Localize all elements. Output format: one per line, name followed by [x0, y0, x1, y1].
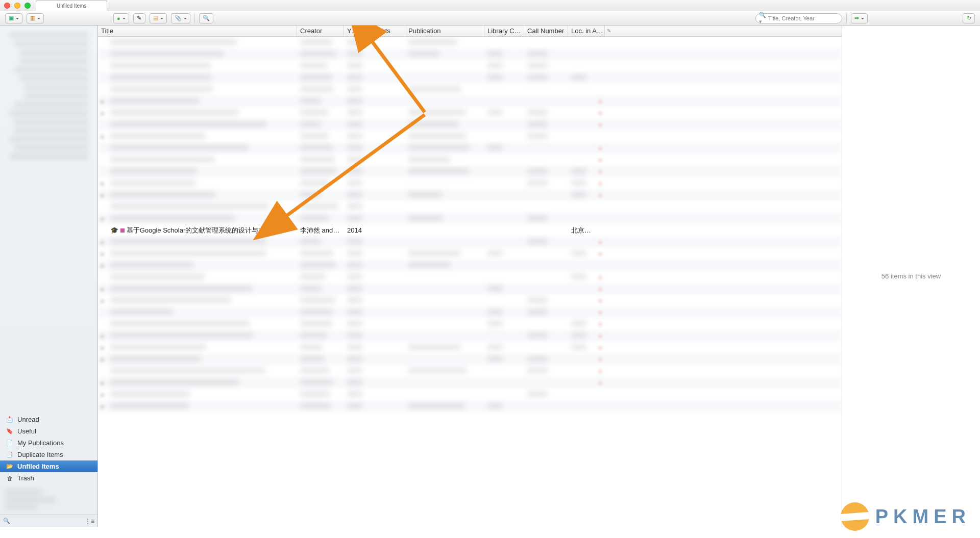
column-loc-in-archive[interactable]: Loc. in A…: [568, 25, 605, 36]
table-row[interactable]: [98, 37, 842, 48]
sidebar-item-label: Unread: [17, 416, 39, 423]
table-row[interactable]: ▶: [98, 131, 842, 142]
close-window-button[interactable]: [4, 3, 10, 9]
table-row[interactable]: ●: [98, 119, 842, 131]
tag-menu-icon[interactable]: ⋮≡: [85, 518, 94, 525]
sync-button[interactable]: ↻: [963, 13, 975, 23]
column-year[interactable]: Y…: [344, 25, 369, 36]
watermark-text: PKMER: [875, 506, 971, 528]
collections-sidebar: 📩 Unread 🔖 Useful 📄 My Publications 📑 Du…: [0, 25, 98, 527]
new-item-button[interactable]: ●: [113, 13, 129, 23]
sidebar-item-my-publications[interactable]: 📄 My Publications: [0, 437, 97, 449]
table-row[interactable]: [98, 48, 842, 60]
table-row[interactable]: ▶●: [98, 177, 842, 189]
new-note-button[interactable]: ▤: [150, 13, 167, 23]
column-rights[interactable]: Rights: [369, 25, 405, 36]
table-row[interactable]: ▶●: [98, 342, 842, 353]
sidebar-item-unfiled[interactable]: 📂 Unfiled Items: [0, 460, 97, 472]
sync-icon: ↻: [967, 15, 971, 21]
toolbar: ▣ ▥ ● ✎ ▤ 📎 🔍 🔍▾ ➡ ↻: [0, 11, 980, 25]
column-picker-button[interactable]: ✎: [605, 25, 613, 36]
sidebar-fixed-list: 📩 Unread 🔖 Useful 📄 My Publications 📑 Du…: [0, 414, 97, 484]
table-row[interactable]: ▶: [98, 260, 842, 271]
document-icon: 📄: [6, 440, 13, 447]
search-input[interactable]: [768, 15, 839, 21]
table-row[interactable]: ▶●: [98, 95, 842, 107]
item-title: 基于Google Scholar的文献管理系统的设计与实现: [127, 226, 272, 234]
minimize-window-button[interactable]: [14, 3, 20, 9]
item-rows[interactable]: ▶●▶●●▶●●●▶●▶●▶🎓 基于Google Scholar的文献管理系统的…: [98, 37, 842, 527]
column-title[interactable]: Title: [98, 25, 297, 36]
table-row[interactable]: ▶●: [98, 107, 842, 119]
toolbar-separator: [194, 14, 195, 23]
cell-title: 🎓 基于Google Scholar的文献管理系统的设计与实现: [107, 226, 297, 235]
table-row[interactable]: [98, 72, 842, 84]
locate-button[interactable]: ➡: [851, 13, 868, 23]
table-row-focused[interactable]: 🎓 基于Google Scholar的文献管理系统的设计与实现李沛然 and ……: [98, 224, 842, 236]
table-row[interactable]: ▶●: [98, 236, 842, 248]
column-headers: Title Creator Y… Rights Publication Libr…: [98, 25, 842, 37]
table-row[interactable]: ●: [98, 142, 842, 154]
sidebar-item-label: Useful: [17, 427, 36, 435]
watermark: PKMER: [841, 502, 971, 531]
sidebar-item-label: My Publications: [17, 439, 64, 447]
table-row[interactable]: ▶●: [98, 353, 842, 365]
tag-color-icon: [120, 228, 125, 233]
table-row[interactable]: ●: [98, 306, 842, 318]
table-row[interactable]: ●: [98, 318, 842, 330]
tag-filter-input[interactable]: [12, 518, 83, 524]
new-library-button[interactable]: ▥: [27, 13, 44, 23]
table-row[interactable]: ▶●: [98, 248, 842, 260]
folder-icon: 📂: [6, 463, 13, 470]
sidebar-item-duplicate[interactable]: 📑 Duplicate Items: [0, 449, 97, 460]
table-row[interactable]: ●: [98, 154, 842, 166]
item-details-pane: 56 items in this view: [842, 25, 980, 527]
table-row[interactable]: [98, 60, 842, 72]
bookmark-icon: 🔖: [6, 428, 13, 435]
cell-loc-in-archive: 北京万方…: [568, 226, 597, 235]
advanced-search-button[interactable]: 🔍: [199, 13, 213, 23]
table-row[interactable]: ▶●: [98, 189, 842, 201]
table-row[interactable]: ▶: [98, 400, 842, 412]
window-titlebar: [0, 0, 980, 11]
quick-search[interactable]: 🔍▾: [755, 13, 842, 23]
search-icon: 🔍: [203, 15, 210, 21]
tag-filter[interactable]: 🔍 ⋮≡: [0, 515, 97, 527]
zoom-window-button[interactable]: [24, 3, 31, 9]
table-row[interactable]: ●: [98, 166, 842, 177]
folder-icon: ▣: [9, 15, 14, 21]
sidebar-item-useful[interactable]: 🔖 Useful: [0, 425, 97, 437]
table-row[interactable]: ▶: [98, 389, 842, 400]
column-publication[interactable]: Publication: [405, 25, 484, 36]
duplicate-icon: 📑: [6, 451, 13, 458]
table-row[interactable]: [98, 84, 842, 95]
sidebar-item-trash[interactable]: 🗑 Trash: [0, 472, 97, 484]
table-row[interactable]: ▶●: [98, 377, 842, 389]
table-row[interactable]: ●: [98, 365, 842, 377]
table-row[interactable]: [98, 201, 842, 213]
new-collection-button[interactable]: ▣: [5, 13, 22, 23]
table-row[interactable]: ●: [98, 271, 842, 283]
sidebar-item-unread[interactable]: 📩 Unread: [0, 414, 97, 425]
column-creator[interactable]: Creator: [297, 25, 344, 36]
cell-creator: 李沛然 and …: [297, 226, 344, 235]
note-icon: ▤: [153, 15, 158, 21]
item-count-summary: 56 items in this view: [881, 272, 941, 280]
thesis-icon: 🎓: [110, 226, 118, 234]
magic-wand-button[interactable]: ✎: [133, 13, 145, 23]
trash-icon: 🗑: [6, 475, 13, 482]
sidebar-item-label: Unfiled Items: [17, 463, 59, 470]
sidebar-blurred-region: [0, 25, 97, 414]
column-call-number[interactable]: Call Number: [524, 25, 568, 36]
item-list-pane: Title Creator Y… Rights Publication Libr…: [98, 25, 842, 527]
attach-button[interactable]: 📎: [171, 13, 190, 23]
table-row[interactable]: ▶●: [98, 295, 842, 306]
column-library-catalog[interactable]: Library C…: [484, 25, 524, 36]
cell-year: 2014: [344, 226, 369, 234]
table-row[interactable]: ▶●: [98, 283, 842, 295]
active-tab[interactable]: Unfiled Items: [36, 0, 107, 11]
search-icon: 🔍▾: [759, 12, 766, 25]
table-row[interactable]: ▶: [98, 213, 842, 224]
table-row[interactable]: ▶●: [98, 330, 842, 342]
arrow-right-icon: ➡: [854, 15, 859, 21]
